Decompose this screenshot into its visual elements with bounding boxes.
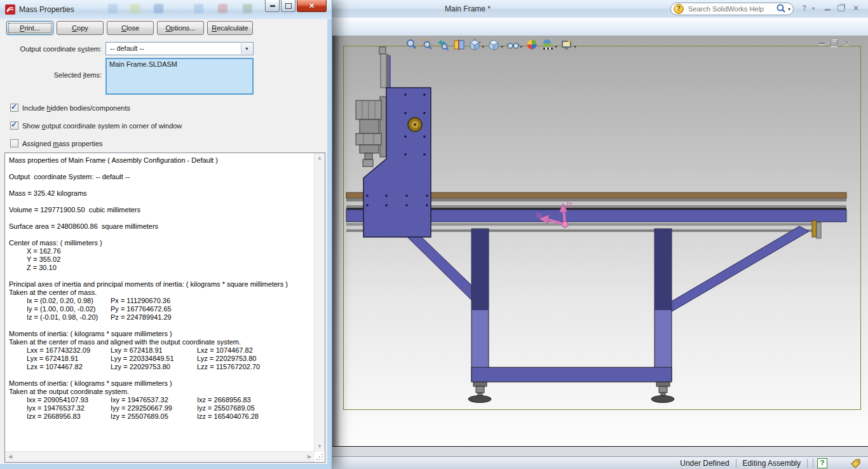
report-line: Output coordinate System: -- default -- (9, 173, 313, 181)
report-line (9, 165, 313, 173)
restore-window-icon[interactable] (837, 5, 844, 11)
help-dropdown-icon[interactable]: ▾ (812, 6, 815, 11)
scroll-up-icon[interactable]: ▲ (315, 153, 325, 163)
bearing-hub (408, 118, 422, 132)
hide-show-items-dropdown-icon[interactable]: ▾ (520, 44, 522, 50)
report-line: Ixx = 209054107.93Ixy = 19476537.32Ixz =… (9, 396, 313, 404)
dialog-close-button[interactable]: ✕ (297, 0, 327, 12)
display-style-icon[interactable] (486, 37, 501, 52)
checkbox-box: ✓ (10, 139, 18, 147)
zoom-to-area-icon[interactable] (419, 37, 435, 52)
document-title: Main Frame * (445, 4, 491, 13)
solidworks-logo-icon (5, 4, 15, 15)
selected-item: Main Frame.SLDASM (109, 60, 177, 68)
previous-view-icon[interactable] (435, 37, 451, 52)
apply-scene-dropdown-icon[interactable]: ▾ (555, 44, 557, 50)
hide-show-items-icon[interactable] (505, 37, 520, 52)
report-line (9, 272, 313, 280)
status-editing-mode: Editing Assembly (736, 459, 807, 468)
doc-minimize-icon[interactable] (819, 43, 825, 44)
output-cs-value: -- default -- (110, 44, 144, 52)
quick-tips-icon[interactable]: ? (817, 458, 827, 468)
tag-icon[interactable] (850, 458, 862, 468)
checkbox-box: ✓ (10, 121, 18, 130)
view-orientation-icon[interactable] (467, 37, 482, 52)
view-orientation-dropdown-icon[interactable]: ▾ (482, 44, 484, 50)
search-input[interactable] (687, 4, 775, 13)
report-line (9, 371, 313, 379)
report-line: Ix = (0.02, 0.20, 0.98)Px = 111290670.36 (9, 297, 313, 305)
search-magnifier-icon[interactable] (775, 3, 787, 15)
minimize-window-icon[interactable] (825, 9, 831, 11)
close-window-icon[interactable]: ✕ (853, 4, 859, 13)
scroll-right-icon[interactable]: ▶ (304, 452, 315, 462)
help-menu-icon[interactable]: ? (802, 4, 806, 13)
section-view-icon[interactable] (451, 37, 466, 52)
ghost-toolbar-icon (218, 4, 227, 13)
scroll-down-icon[interactable]: ▼ (315, 442, 325, 452)
dropdown-arrow-icon[interactable]: ▼ (241, 43, 252, 54)
horizontal-scrollbar[interactable]: ◀ ▶ (5, 451, 315, 462)
edit-appearance-icon[interactable] (524, 37, 539, 52)
checkbox-label: Assigned mass properties (22, 140, 103, 147)
doc-close-icon[interactable]: ✕ (843, 39, 850, 48)
scroll-left-icon[interactable]: ◀ (5, 452, 15, 462)
triad-x-label: Ix (536, 211, 542, 219)
dialog-minimize-button[interactable] (265, 0, 280, 12)
help-search-box[interactable]: ? ▾ (670, 3, 794, 15)
selected-items-box[interactable]: Main Frame.SLDASM (105, 58, 254, 95)
search-scope-dropdown-icon[interactable]: ▾ (788, 6, 790, 12)
frame-braces (404, 226, 809, 313)
graphics-area[interactable]: Ix Iz ▾ ▾ ▾ ▾ ▾ ✕ (332, 36, 868, 447)
ghost-toolbar-icon (243, 4, 252, 13)
report-line (9, 181, 313, 189)
triad-z-label: Iz (567, 200, 573, 208)
checkbox-label: Include hidden bodies/components (22, 104, 130, 112)
report-line: X = 162.76 (9, 247, 313, 255)
options-button[interactable]: Options... (157, 21, 204, 35)
report-line: Iy = (1.00, 0.00, -0.02)Py = 167764672.6… (9, 305, 313, 313)
output-cs-label: Output coordinate system: (6, 45, 102, 53)
close-button[interactable]: Close (107, 21, 154, 35)
copy-button[interactable]: Copy (57, 21, 104, 35)
dialog-title: Mass Properties (19, 5, 74, 14)
mass-report: Mass properties of Main Frame ( Assembly… (9, 156, 313, 451)
view-settings-dropdown-icon[interactable]: ▾ (574, 44, 576, 50)
status-separator (813, 459, 813, 468)
report-line: Lxx = 167743232.09Lxy = 672418.91Lxz = 1… (9, 346, 313, 355)
frame-legs (468, 229, 674, 403)
ghost-toolbar-icon (194, 4, 203, 13)
checkbox-box: ✓ (10, 104, 18, 112)
headsup-view-toolbar: ▾ ▾ ▾ ▾ ▾ (403, 36, 578, 53)
dialog-window-controls: ✕ (265, 0, 327, 12)
z-axis-column (356, 47, 431, 237)
display-style-dropdown-icon[interactable]: ▾ (501, 44, 503, 50)
report-line: Taken at the output coordinate system. (9, 388, 313, 396)
include-hidden-checkbox[interactable]: ✓ Include hidden bodies/components (10, 104, 130, 112)
report-line: Mass = 325.42 kilograms (9, 189, 313, 198)
report-line: Lzx = 1074467.82Lzy = 22029753.80Lzz = 1… (9, 363, 313, 371)
report-line: Moments of inertia: ( kilograms * square… (9, 330, 313, 338)
zoom-to-fit-icon[interactable] (403, 37, 419, 52)
assembly-model[interactable]: Ix Iz (343, 46, 861, 410)
vertical-scrollbar[interactable]: ▲ ▼ (314, 153, 325, 452)
spindle-motor (356, 100, 381, 167)
assigned-mass-checkbox[interactable]: ✓ Assigned mass properties (10, 139, 103, 147)
doc-restore-icon[interactable] (831, 40, 837, 46)
resize-grip[interactable] (316, 454, 323, 460)
apply-scene-icon[interactable] (540, 37, 555, 52)
report-line: Principal axes of inertia and principal … (9, 280, 313, 289)
show-output-cs-checkbox[interactable]: ✓ Show output coordinate system in corne… (10, 121, 182, 130)
dialog-titlebar[interactable]: Mass Properties ✕ (0, 0, 332, 19)
report-line (9, 198, 313, 206)
dialog-maximize-button[interactable] (281, 0, 295, 12)
output-cs-dropdown[interactable]: -- default -- ▼ (105, 42, 254, 55)
view-settings-icon[interactable] (559, 37, 574, 52)
print-button[interactable]: Print... (6, 21, 53, 35)
report-line: Taken at the center of mass and aligned … (9, 338, 313, 346)
status-separator (807, 459, 808, 468)
recalculate-button[interactable]: Recalculate (207, 21, 253, 35)
leveling-foot (651, 382, 674, 403)
report-line: Moments of inertia: ( kilograms * square… (9, 379, 313, 388)
solidworks-application: Main Frame * ? ▾ ? ▾ ✕ (0, 0, 868, 469)
